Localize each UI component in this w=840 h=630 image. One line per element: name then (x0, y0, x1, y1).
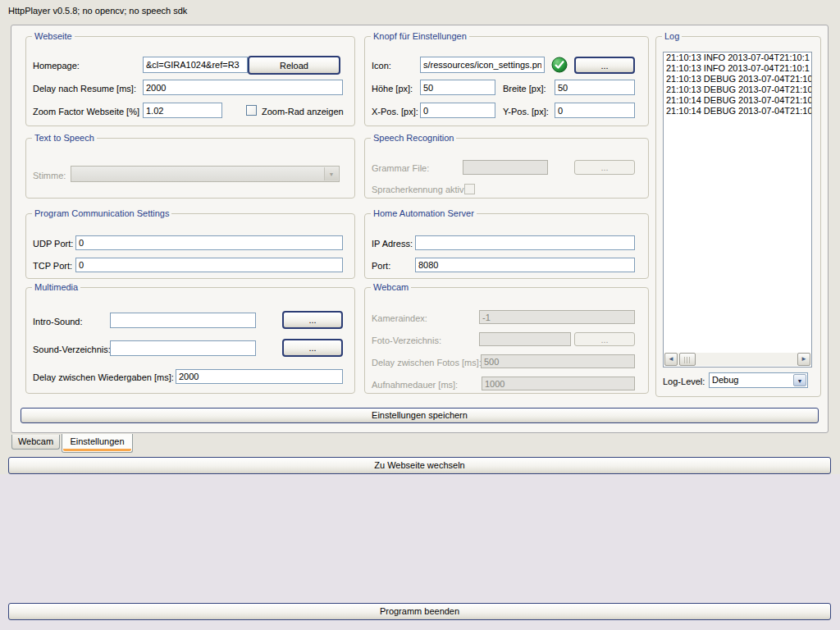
grammar-file-label: Grammar File: (372, 162, 429, 174)
ypos-input[interactable] (555, 103, 635, 118)
log-level-value: Debug (712, 375, 738, 386)
udp-port-label: UDP Port: (33, 238, 73, 249)
tab-webcam[interactable]: Webcam (11, 435, 60, 450)
sound-verzeichnis-browse-button[interactable]: ... (282, 339, 343, 357)
server-port-input[interactable] (415, 258, 635, 272)
delay-resume-label: Delay nach Resume [ms]: (33, 83, 136, 94)
group-knopf-title: Knopf für Einstellungen (371, 31, 469, 42)
sound-verzeichnis-label: Sound-Verzeichnis: (33, 344, 111, 355)
homepage-input[interactable] (143, 57, 248, 73)
group-server-title: Home Automation Server (371, 208, 477, 219)
log-level-combobox[interactable]: Debug ▼ (709, 372, 808, 388)
aufnahmedauer-label: Aufnahmedauer [ms]: (372, 379, 458, 390)
exit-program-button[interactable]: Programm beenden (8, 603, 831, 620)
log-entry: 21:10:13 INFO 2013-07-04T21:10:1 (664, 52, 811, 63)
log-level-label: Log-Level: (663, 376, 705, 387)
hoehe-input[interactable] (420, 80, 495, 95)
xpos-label: X-Pos. [px]: (372, 106, 418, 117)
intro-sound-label: Intro-Sound: (33, 316, 83, 327)
group-webcam: Webcam Kameraindex: Foto-Verzeichnis: ..… (364, 287, 649, 394)
group-multimedia: Multimedia Intro-Sound: ... Sound-Verzei… (25, 287, 355, 394)
log-entry: 21:10:13 INFO 2013-07-04T21:10:1 (664, 63, 811, 74)
group-comm-title: Program Communication Settings (32, 208, 171, 219)
save-settings-button[interactable]: Einstellungen speichern (21, 408, 819, 423)
group-multimedia-title: Multimedia (32, 282, 80, 293)
window-title: HttpPlayer v0.5.8; no opencv; no speech … (8, 5, 187, 16)
log-horizontal-scrollbar[interactable]: ◄ ► (664, 353, 810, 366)
intro-sound-browse-button[interactable]: ... (282, 311, 343, 329)
group-knopf: Knopf für Einstellungen Icon: ... (364, 36, 649, 126)
delay-wiedergaben-input[interactable] (176, 369, 343, 384)
hoehe-label: Höhe [px]: (372, 83, 413, 94)
switch-to-website-button[interactable]: Zu Webseite wechseln (8, 457, 831, 474)
group-comm: Program Communication Settings UDP Port:… (25, 213, 355, 279)
group-tts: Text to Speech Stimme: ▼ (25, 138, 355, 199)
zoom-factor-label: Zoom Factor Webseite [%] (33, 106, 139, 117)
icon-label: Icon: (372, 60, 391, 71)
udp-port-input[interactable] (75, 235, 343, 250)
settings-tab-page: Webseite Homepage: Reload Delay nach Res… (11, 25, 829, 433)
tab-einstellungen-label: Einstellungen (70, 436, 124, 446)
active-tab-accent (63, 449, 131, 451)
chevron-down-icon[interactable]: ▼ (793, 374, 806, 386)
breite-input[interactable] (555, 80, 635, 95)
foto-verzeichnis-browse-button-disabled: ... (574, 332, 635, 346)
kameraindex-input-disabled (479, 310, 635, 324)
ypos-label: Y-Pos. [px]: (503, 106, 549, 117)
icon-browse-button[interactable]: ... (574, 57, 635, 74)
scrollbar-thumb[interactable] (679, 353, 696, 366)
tcp-port-label: TCP Port: (33, 260, 72, 272)
grammar-file-input-disabled (463, 160, 548, 175)
delay-resume-input[interactable] (143, 80, 343, 95)
group-log: Log 21:10:13 INFO 2013-07-04T21:10:1 21:… (655, 36, 821, 397)
xpos-input[interactable] (420, 103, 495, 118)
group-server: Home Automation Server IP Adress: Port: (364, 213, 649, 279)
grammar-browse-button-disabled: ... (574, 160, 635, 175)
kameraindex-label: Kameraindex: (372, 313, 427, 324)
foto-verzeichnis-label: Foto-Verzeichnis: (372, 335, 441, 346)
delay-fotos-label: Delay zwischen Fotos [ms]: (372, 357, 482, 368)
stimme-label: Stimme: (33, 170, 66, 181)
spracherkennung-checkbox-disabled (464, 184, 475, 194)
tab-einstellungen[interactable]: Einstellungen (62, 434, 133, 453)
group-speech-title: Speech Recognition (371, 133, 456, 144)
chevron-down-icon: ▼ (324, 167, 338, 180)
delay-fotos-input-disabled (481, 354, 635, 368)
sound-verzeichnis-input[interactable] (110, 340, 256, 356)
reload-button[interactable]: Reload (248, 56, 340, 75)
app-window: HttpPlayer v0.5.8; no opencv; no speech … (0, 0, 840, 630)
log-listbox[interactable]: 21:10:13 INFO 2013-07-04T21:10:1 21:10:1… (663, 52, 812, 368)
log-entry: 21:10:14 DEBUG 2013-07-04T21:10: (664, 106, 811, 116)
scroll-right-icon[interactable]: ► (797, 353, 810, 366)
icon-path-input[interactable] (420, 57, 545, 73)
ip-adress-label: IP Adress: (372, 238, 413, 249)
log-entry: 21:10:14 DEBUG 2013-07-04T21:10: (664, 95, 811, 106)
zoom-rad-label: Zoom-Rad anzeigen (262, 106, 344, 117)
homepage-label: Homepage: (33, 60, 80, 71)
stimme-combobox-disabled: ▼ (71, 166, 340, 182)
server-port-label: Port: (372, 260, 390, 272)
aufnahmedauer-input-disabled (482, 377, 635, 390)
intro-sound-input[interactable] (110, 313, 256, 328)
tcp-port-input[interactable] (75, 258, 343, 272)
breite-label: Breite [px]: (503, 83, 546, 94)
zoom-factor-input[interactable] (143, 103, 222, 118)
spracherkennung-label: Spracherkennung aktiv (372, 184, 464, 195)
ip-adress-input[interactable] (415, 235, 635, 250)
icon-valid-check-icon (551, 57, 568, 73)
log-entry: 21:10:13 DEBUG 2013-07-04T21:10: (664, 74, 811, 84)
group-tts-title: Text to Speech (32, 133, 97, 144)
group-webseite: Webseite Homepage: Reload Delay nach Res… (25, 36, 355, 126)
delay-wiedergaben-label: Delay zwischen Wiedergaben [ms]: (33, 372, 174, 383)
log-entry: 21:10:13 DEBUG 2013-07-04T21:10: (664, 84, 811, 95)
foto-verzeichnis-input-disabled (479, 332, 571, 346)
group-log-title: Log (662, 31, 682, 42)
zoom-rad-checkbox[interactable] (246, 105, 257, 116)
scroll-left-icon[interactable]: ◄ (664, 353, 678, 366)
group-webcam-title: Webcam (371, 282, 411, 293)
group-webseite-title: Webseite (32, 31, 75, 42)
group-speech: Speech Recognition Grammar File: ... Spr… (364, 138, 649, 199)
